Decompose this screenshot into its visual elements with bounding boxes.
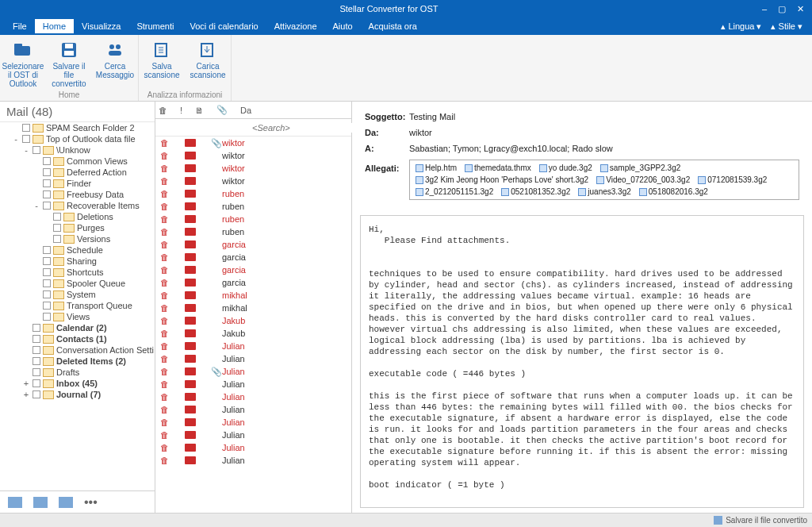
col-from-label[interactable]: Da <box>240 106 251 115</box>
tree-checkbox[interactable] <box>53 213 61 221</box>
tree-checkbox[interactable] <box>43 168 51 176</box>
tree-item[interactable]: Spooler Queue <box>2 278 155 289</box>
tree-item[interactable]: Versions <box>2 233 155 244</box>
menu-right-lingua[interactable]: ▴ Lingua ▾ <box>721 21 761 32</box>
tree-checkbox[interactable] <box>43 257 51 265</box>
window-close-button[interactable]: ✕ <box>797 4 804 14</box>
tree-item[interactable]: +Journal (7) <box>2 389 155 400</box>
col-delete-icon[interactable]: 🗑 <box>159 106 167 115</box>
message-row[interactable]: 🗑Jakub <box>155 314 351 327</box>
tree-item[interactable]: Deleted Items (2) <box>2 356 155 367</box>
tree-item[interactable]: Deferred Action <box>2 167 155 178</box>
tree-item[interactable]: Deletions <box>2 211 155 222</box>
delete-icon[interactable]: 🗑 <box>159 227 170 237</box>
message-row[interactable]: 🗑mikhal <box>155 302 351 314</box>
tree-item[interactable]: Freebusy Data <box>2 189 155 200</box>
delete-icon[interactable]: 🗑 <box>159 265 170 275</box>
tree-checkbox[interactable] <box>33 379 40 387</box>
save-button[interactable]: Salvare il file convertito <box>46 38 92 88</box>
tree-checkbox[interactable] <box>43 157 51 165</box>
save-icon[interactable] <box>714 516 722 525</box>
message-row[interactable]: 🗑Julian <box>155 352 351 365</box>
message-row[interactable]: 🗑Julian <box>155 378 351 390</box>
tree-item[interactable]: -Top of Outlook data file <box>2 133 155 144</box>
tree-checkbox[interactable] <box>33 335 40 343</box>
folder-outlook-button[interactable]: Selezionare il OST di Outlook <box>0 38 46 88</box>
tree-item[interactable]: -Recoverable Items <box>2 200 155 211</box>
delete-icon[interactable]: 🗑 <box>159 138 170 148</box>
menu-tab-strumenti[interactable]: Strumenti <box>128 19 182 33</box>
menu-tab-home[interactable]: Home <box>35 19 74 33</box>
delete-icon[interactable]: 🗑 <box>159 202 170 211</box>
tree-checkbox[interactable] <box>43 246 51 254</box>
tree-checkbox[interactable] <box>33 368 40 376</box>
delete-icon[interactable]: 🗑 <box>159 417 170 427</box>
delete-icon[interactable]: 🗑 <box>159 214 170 224</box>
message-row[interactable]: 🗑Julian <box>155 403 351 416</box>
tree-item[interactable]: Contacts (1) <box>2 333 155 344</box>
expand-icon[interactable]: + <box>22 379 30 388</box>
tree-item[interactable]: Views <box>2 311 155 322</box>
expand-icon[interactable]: + <box>22 390 30 399</box>
col-priority-icon[interactable]: ! <box>180 106 182 115</box>
tree-checkbox[interactable] <box>33 357 40 365</box>
menu-tab-file[interactable]: File <box>5 19 35 33</box>
delete-icon[interactable]: 🗑 <box>159 278 170 287</box>
attachment-item[interactable]: Help.htm <box>413 163 459 172</box>
collapse-icon[interactable]: - <box>12 134 20 144</box>
attachment-item[interactable]: 3g2 Kim Jeong Hoon 'Perhaps Love' short.… <box>413 175 591 184</box>
save-scan-button[interactable]: Salva scansione <box>139 38 185 79</box>
tree-checkbox[interactable] <box>22 124 30 132</box>
tree-checkbox[interactable] <box>43 313 51 321</box>
delete-icon[interactable]: 🗑 <box>159 303 170 313</box>
tree-checkbox[interactable] <box>53 235 61 243</box>
delete-icon[interactable]: 🗑 <box>159 379 170 389</box>
message-row[interactable]: 🗑Julian <box>155 441 351 454</box>
message-row[interactable]: 🗑garcia <box>155 251 351 264</box>
message-row[interactable]: 🗑Julian <box>155 454 351 467</box>
tree-item[interactable]: Conversation Action Setti <box>2 344 155 356</box>
message-row[interactable]: 🗑wiktor <box>155 149 351 162</box>
delete-icon[interactable]: 🗑 <box>159 290 170 300</box>
tree-item[interactable]: -\Unknow <box>2 144 155 156</box>
delete-icon[interactable]: 🗑 <box>159 151 170 160</box>
delete-icon[interactable]: 🗑 <box>159 341 170 351</box>
message-row[interactable]: 🗑garcia <box>155 276 351 289</box>
window-minimize-button[interactable]: – <box>762 4 767 14</box>
delete-icon[interactable]: 🗑 <box>159 316 170 325</box>
delete-icon[interactable]: 🗑 <box>159 430 170 440</box>
load-scan-button[interactable]: Carica scansione <box>185 38 231 79</box>
delete-icon[interactable]: 🗑 <box>159 329 170 338</box>
message-row[interactable]: 🗑garcia <box>155 238 351 251</box>
menu-tab-aiuto[interactable]: Aiuto <box>325 19 361 33</box>
tree-item[interactable]: Finder <box>2 178 155 189</box>
message-row[interactable]: 🗑wiktor <box>155 162 351 175</box>
tree-checkbox[interactable] <box>43 290 51 298</box>
delete-icon[interactable]: 🗑 <box>159 392 170 402</box>
delete-icon[interactable]: 🗑 <box>159 240 170 249</box>
tree-item[interactable]: System <box>2 289 155 300</box>
contacts-view-icon[interactable] <box>59 497 73 508</box>
tree-item[interactable]: Schedule <box>2 244 155 256</box>
delete-icon[interactable]: 🗑 <box>159 456 170 465</box>
message-row[interactable]: 🗑mikhal <box>155 289 351 302</box>
menu-tab-attivazione[interactable]: Attivazione <box>266 19 325 33</box>
message-row[interactable]: 🗑wiktor <box>155 175 351 187</box>
tree-item[interactable]: Drafts <box>2 367 155 378</box>
tree-checkbox[interactable] <box>33 346 40 354</box>
attachment-item[interactable]: 0518082016.3g2 <box>637 187 710 196</box>
menu-tab-acquista ora[interactable]: Acquista ora <box>361 19 425 33</box>
delete-icon[interactable]: 🗑 <box>159 176 170 186</box>
attachment-item[interactable]: sample_3GPP2.3g2 <box>598 163 684 172</box>
attachment-item[interactable]: 0712081539.3g2 <box>695 175 769 184</box>
delete-icon[interactable]: 🗑 <box>159 252 170 262</box>
more-views-button[interactable]: ••• <box>84 495 98 510</box>
message-row[interactable]: 🗑📎wiktor <box>155 137 351 149</box>
delete-icon[interactable]: 🗑 <box>159 367 170 376</box>
collapse-icon[interactable]: - <box>22 145 30 155</box>
tree-item[interactable]: Common Views <box>2 156 155 167</box>
attachment-item[interactable]: 2_0212051151.3g2 <box>413 187 496 196</box>
collapse-icon[interactable]: - <box>33 201 40 210</box>
window-maximize-button[interactable]: ▢ <box>778 4 786 14</box>
message-row[interactable]: 🗑ruben <box>155 200 351 213</box>
